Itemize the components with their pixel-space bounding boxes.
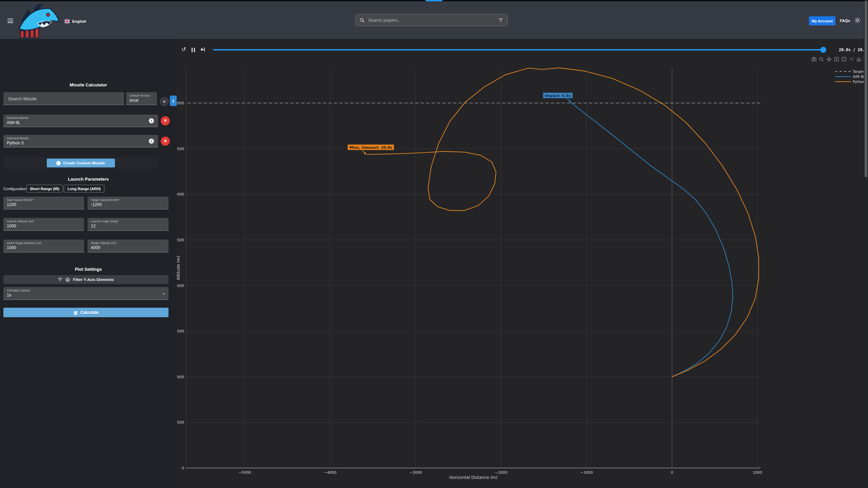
initial-target-distance-field[interactable]: Initial Target Distance (m) 1000 — [3, 240, 84, 252]
calculate-button[interactable]: ▦ Calculate — [3, 308, 169, 317]
animation-speed-select[interactable]: Animation Speed 1x ▼ — [3, 287, 169, 300]
calculator-icon: ▦ — [74, 310, 78, 315]
field-label: Start Speed (km/h)* — [7, 198, 33, 202]
search-icon — [360, 18, 364, 23]
mode-long-range-button[interactable]: Long Range (ARH) — [64, 185, 104, 192]
gridlines — [186, 68, 761, 468]
animation-speed-value: 1x — [7, 293, 11, 298]
help-icon: ? — [65, 278, 70, 282]
create-custom-missile-label: Create Custom Missile — [63, 161, 105, 165]
svg-text:2500: 2500 — [177, 238, 184, 242]
search-missile-input[interactable] — [7, 92, 121, 105]
simulation-area: ↺ ▶ 20.0s / 20.0s — [177, 39, 868, 488]
panel-title: Missile Calculator — [0, 82, 177, 87]
animation-speed-label: Animation Speed — [7, 289, 30, 292]
field-label: Initial Target Distance (m) — [7, 241, 41, 245]
selected-missile-value: Python 3 — [7, 141, 23, 145]
mode-short-range-button[interactable]: Short Range (IR) — [26, 185, 63, 192]
selected-missile-field[interactable]: Selected Missile AIM-9L i — [3, 115, 158, 127]
start-speed-field[interactable]: Start Speed (km/h)* 1200 — [3, 197, 84, 209]
missile-calculator-app: English My Account FAQs — [0, 0, 868, 488]
scrollbar-thumb[interactable] — [865, 1, 867, 177]
launch-angle-field[interactable]: Launch Angle (Deg)* 12 — [87, 218, 169, 231]
default-version-value: local — [130, 98, 138, 103]
selected-missile-label: Selected Missile — [7, 137, 29, 140]
trajectory-python-3 — [366, 68, 759, 377]
launch-altitude-field[interactable]: Launch Altitude (m)* 1000 — [3, 218, 84, 231]
svg-text:1000: 1000 — [177, 375, 184, 379]
selected-missile-field[interactable]: Selected Missile Python 3 i — [3, 135, 158, 147]
svg-text:−4000: −4000 — [324, 470, 336, 475]
create-custom-missile-button[interactable]: i Create Custom Missile — [47, 159, 115, 167]
filter-icon[interactable] — [498, 18, 503, 22]
menu-icon[interactable] — [7, 19, 13, 23]
field-value: 4000 — [91, 245, 100, 250]
target-altitude-field[interactable]: Target Altitude (m)* 4000 — [87, 240, 169, 252]
page-scrollbar[interactable] — [864, 0, 868, 488]
trajectory-plot[interactable]: −5000−4000−3000−2000−1000010000500100015… — [177, 39, 868, 488]
svg-text:0: 0 — [182, 466, 184, 470]
create-custom-row: i Create Custom Missile — [3, 157, 158, 169]
missile-info-icon[interactable]: i — [149, 118, 154, 123]
trajectory-aim-9l — [571, 103, 733, 377]
add-missile-button[interactable]: + — [160, 97, 169, 106]
svg-text:4000: 4000 — [177, 101, 184, 105]
svg-text:2000: 2000 — [177, 284, 184, 288]
filter-y-axis-button[interactable]: ? Filter Y-Axis Elements — [3, 275, 169, 284]
field-label: Target Speed (km/h)* — [91, 198, 119, 202]
annotations: Impact: 6.6sMiss, timeout: 20.0s — [348, 93, 572, 155]
svg-text:3500: 3500 — [177, 147, 184, 151]
configuration-label: Configuration: — [3, 187, 28, 191]
field-value: -1200 — [91, 202, 102, 207]
selected-missile-label: Selected Missile — [7, 116, 29, 120]
legend-label: AIM-9L — [853, 75, 865, 79]
svg-text:0: 0 — [671, 470, 673, 475]
missile-info-icon[interactable]: i — [149, 139, 154, 144]
player-search[interactable] — [355, 14, 508, 26]
svg-text:1000: 1000 — [753, 470, 762, 475]
my-account-button[interactable]: My Account — [809, 16, 835, 25]
svg-text:1500: 1500 — [177, 329, 184, 333]
svg-text:Miss, timeout: 20.0s: Miss, timeout: 20.0s — [349, 145, 392, 150]
remove-missile-button[interactable]: ✕ — [161, 137, 170, 146]
svg-text:3000: 3000 — [177, 192, 184, 197]
field-value: 12 — [91, 224, 96, 228]
collapse-panel-handle[interactable]: ❮ — [170, 96, 177, 106]
target-speed-field[interactable]: Target Speed (km/h)* -1200 — [87, 197, 169, 209]
field-value: 1200 — [7, 202, 16, 207]
default-version-select[interactable]: Default Version local — [126, 92, 157, 105]
language-label: English — [72, 19, 86, 23]
missile-calculator-panel: Missile Calculator Default Version local… — [0, 39, 177, 488]
theme-toggle-sun-icon[interactable] — [854, 17, 861, 23]
language-selector[interactable]: English — [64, 19, 86, 24]
field-value: 1000 — [7, 224, 16, 228]
search-missile-field[interactable] — [3, 92, 124, 105]
svg-text:−2000: −2000 — [495, 470, 507, 475]
filter-y-axis-label: Filter Y-Axis Elements — [73, 278, 114, 282]
svg-text:−3000: −3000 — [409, 470, 422, 475]
svg-text:−1000: −1000 — [580, 470, 593, 475]
launch-parameters-title: Launch Parameters — [0, 177, 177, 182]
svg-text:500: 500 — [177, 420, 184, 425]
field-label: Launch Angle (Deg)* — [91, 220, 119, 223]
filter-icon — [58, 278, 62, 281]
search-players-input[interactable] — [368, 17, 495, 23]
uk-flag-icon — [64, 19, 70, 24]
field-label: Target Altitude (m)* — [91, 241, 117, 245]
plot-settings-title: Plot Settings — [0, 267, 177, 272]
legend: TargetAIM-9LPython 3 — [835, 69, 868, 84]
default-version-label: Default Version — [130, 94, 150, 97]
trajectories — [188, 68, 761, 377]
svg-text:−5000: −5000 — [238, 470, 251, 475]
field-label: Launch Altitude (m)* — [7, 220, 34, 223]
faqs-link[interactable]: FAQs — [840, 19, 850, 23]
remove-missile-button[interactable]: ✕ — [161, 116, 170, 125]
calculate-label: Calculate — [80, 310, 98, 315]
svg-text:Impact: 6.6s: Impact: 6.6s — [545, 94, 571, 98]
shark-logo — [16, 2, 61, 39]
legend-label: Target — [852, 69, 864, 74]
chevron-down-icon: ▼ — [162, 292, 165, 296]
info-icon: i — [56, 161, 61, 165]
x-axis-title: Horizontal Distance (m) — [449, 475, 497, 480]
selected-missile-value: AIM-9L — [7, 120, 20, 125]
